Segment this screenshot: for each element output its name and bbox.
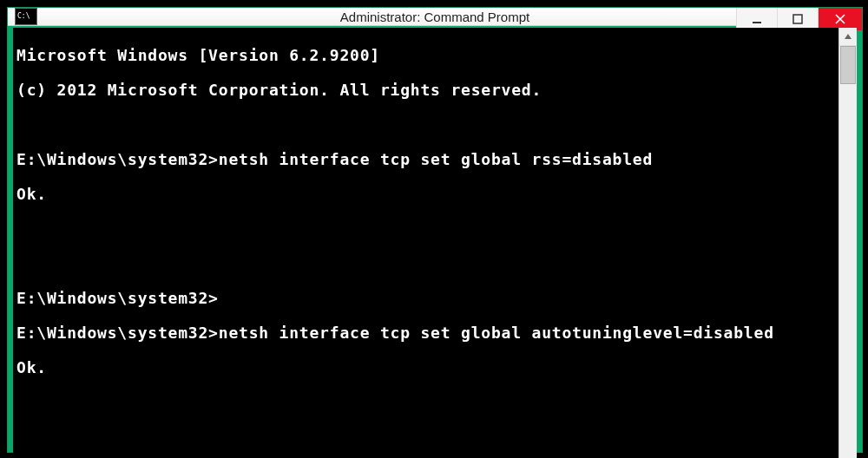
result-ok: Ok.	[16, 358, 47, 376]
prompt: E:\Windows\system32>	[16, 289, 219, 307]
cmd-icon	[15, 8, 37, 25]
prompt: E:\Windows\system32>	[16, 150, 219, 168]
result-ok: Ok.	[16, 185, 47, 203]
vertical-scrollbar[interactable]	[838, 28, 857, 458]
scroll-up-button[interactable]	[839, 28, 857, 46]
svg-rect-0	[753, 22, 761, 23]
vertical-scroll-thumb[interactable]	[840, 46, 856, 84]
titlebar[interactable]: Administrator: Command Prompt	[8, 8, 862, 26]
command-1: netsh interface tcp set global rss=disab…	[219, 150, 653, 168]
header-line-1: Microsoft Windows [Version 6.2.9200]	[16, 46, 380, 64]
svg-rect-1	[793, 15, 802, 23]
client-area: Microsoft Windows [Version 6.2.9200] (c)…	[13, 28, 857, 458]
terminal-output[interactable]: Microsoft Windows [Version 6.2.9200] (c)…	[13, 28, 838, 458]
header-line-2: (c) 2012 Microsoft Corporation. All righ…	[16, 81, 542, 99]
prompt: E:\Windows\system32>	[16, 324, 219, 342]
command-prompt-window: Administrator: Command Prompt Microsoft …	[7, 7, 863, 453]
vertical-scroll-track[interactable]	[839, 46, 857, 458]
command-2: netsh interface tcp set global autotunin…	[219, 324, 774, 342]
window-title: Administrator: Command Prompt	[340, 10, 529, 24]
